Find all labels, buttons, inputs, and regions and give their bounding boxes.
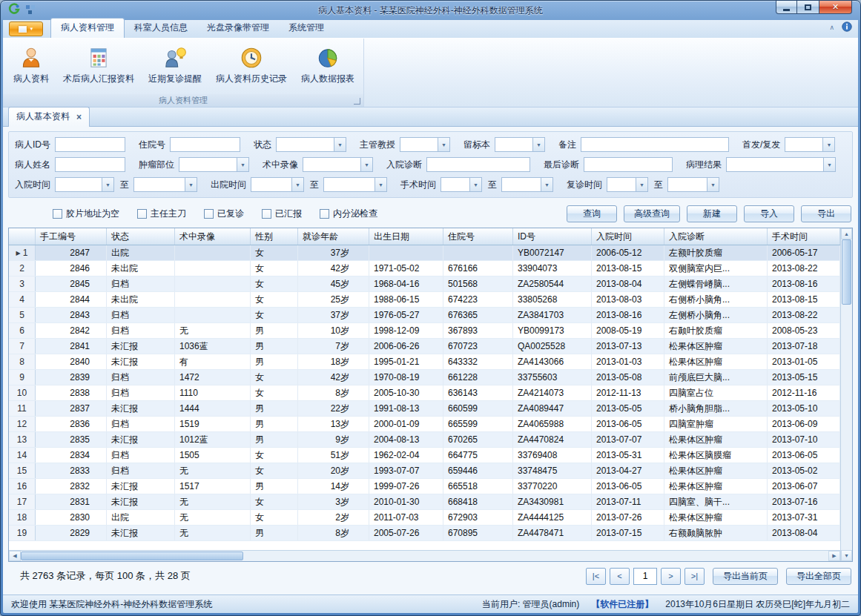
row-indicator-header[interactable] — [9, 228, 36, 245]
admission-dx-input[interactable] — [426, 157, 530, 172]
table-row[interactable]: 132835未汇报1012蓝男9岁2004-08-13670265ZA44708… — [9, 432, 840, 448]
next-page-button[interactable]: > — [661, 568, 681, 585]
final-dx-input[interactable] — [584, 157, 673, 172]
admission-time-to-combo[interactable]: ▼ — [133, 177, 197, 192]
app-menu-button[interactable]: ▼ — [9, 21, 43, 36]
close-button[interactable]: ✕ — [819, 1, 852, 14]
column-header[interactable]: ID号 — [513, 228, 592, 245]
scroll-right-icon[interactable]: ▶ — [828, 551, 840, 561]
chevron-down-icon[interactable]: ▼ — [707, 178, 719, 191]
last-page-button[interactable]: >| — [684, 568, 705, 585]
table-row[interactable]: 112837未汇报1444男22岁1991-08-13660599ZA40894… — [9, 401, 840, 417]
tab-close-icon[interactable]: × — [76, 113, 82, 122]
table-row[interactable]: ▶12847出院女37岁YB00721472006-05-12左额叶胶质瘤200… — [9, 245, 840, 261]
checkbox-icon[interactable] — [320, 209, 329, 219]
table-row[interactable]: 122836归档1519男13岁2000-01-09665599ZA406598… — [9, 417, 840, 432]
table-row[interactable]: 52843归档女37岁1976-05-27676365ZA38417032013… — [9, 308, 840, 323]
import-button[interactable]: 导入 — [744, 205, 794, 222]
export-button[interactable]: 导出 — [801, 205, 851, 222]
maximize-button[interactable] — [797, 1, 819, 14]
quick-access-icon[interactable] — [25, 4, 36, 17]
table-row[interactable]: 152833归档无女20岁1993-07-0765944633748475201… — [9, 463, 840, 479]
chevron-down-icon[interactable]: ▼ — [185, 178, 197, 191]
column-header[interactable]: 状态 — [107, 228, 175, 245]
scroll-down-icon[interactable]: ▼ — [841, 550, 852, 561]
chevron-down-icon[interactable]: ▼ — [822, 138, 834, 151]
status-combo[interactable]: ▼ — [276, 137, 346, 152]
dialog-launcher-icon[interactable] — [354, 98, 360, 105]
checkbox-chief-surgeon[interactable]: 主任主刀 — [137, 208, 186, 220]
surgery-time-from-combo[interactable]: ▼ — [441, 177, 482, 192]
chevron-down-icon[interactable]: ▼ — [532, 138, 544, 151]
chevron-down-icon[interactable]: ▼ — [102, 178, 113, 191]
ribbon-button-patient-data[interactable]: 病人资料 — [7, 42, 55, 94]
table-row[interactable]: 162832未汇报1517男14岁1999-07-266655183377022… — [9, 479, 840, 494]
column-header[interactable]: 术中录像 — [175, 228, 251, 245]
patient-name-input[interactable] — [55, 157, 125, 172]
column-header[interactable]: 入院诊断 — [664, 228, 768, 245]
ribbon-tab-patient-management[interactable]: 病人资料管理 — [50, 18, 125, 38]
chevron-down-icon[interactable]: ▼ — [541, 178, 552, 191]
minimize-button[interactable] — [776, 1, 797, 14]
chevron-down-icon[interactable]: ▼ — [823, 158, 835, 171]
document-tab-patient-basic-info[interactable]: 病人基本资料 × — [8, 107, 90, 127]
table-row[interactable]: 172831未汇报无女3岁2010-01-30668418ZA343098120… — [9, 494, 840, 510]
column-header[interactable]: 就诊年龄 — [298, 228, 369, 245]
ribbon-button-history-records[interactable]: 病人资料历史记录 — [210, 42, 293, 94]
vertical-scrollbar[interactable]: ▲ ▼ — [840, 228, 852, 561]
tumor-site-combo[interactable]: ▼ — [179, 157, 249, 172]
table-row[interactable]: 72841未汇报1036蓝男7岁2006-06-26670723QA002552… — [9, 339, 840, 354]
checkbox-icon[interactable] — [137, 209, 147, 219]
help-icon[interactable] — [842, 21, 852, 34]
checkbox-icon[interactable] — [204, 209, 214, 219]
column-header[interactable]: 出生日期 — [369, 228, 443, 245]
table-row[interactable]: 102838归档1110女8岁2005-10-30636143ZA4214073… — [9, 385, 840, 401]
checkbox-film-address-empty[interactable]: 胶片地址为空 — [53, 208, 119, 220]
column-header[interactable]: 性别 — [251, 228, 298, 245]
checkbox-reported[interactable]: 已汇报 — [262, 208, 302, 220]
ribbon-tab-media-management[interactable]: 光盘录像带管理 — [197, 18, 279, 38]
advanced-query-button[interactable]: 高级查询 — [624, 205, 680, 222]
export-all-pages-button[interactable]: 导出全部页 — [786, 568, 851, 585]
chevron-down-icon[interactable]: ▼ — [375, 178, 386, 191]
ribbon-collapse-icon[interactable]: ∧ — [829, 24, 834, 31]
chevron-down-icon[interactable]: ▼ — [291, 178, 303, 191]
horizontal-scrollbar-thumb[interactable] — [21, 552, 243, 560]
table-row[interactable]: 192829未汇报无男8岁2005-07-26670895ZA447847120… — [9, 526, 840, 541]
chevron-down-icon[interactable]: ▼ — [360, 158, 372, 171]
table-row[interactable]: 32845归档女45岁1968-04-16501568ZA25805442013… — [9, 276, 840, 292]
column-header[interactable]: 住院号 — [443, 228, 513, 245]
first-relapse-combo[interactable]: ▼ — [785, 137, 835, 152]
scroll-up-icon[interactable]: ▲ — [841, 228, 852, 239]
chevron-down-icon[interactable]: ▼ — [438, 138, 449, 151]
ribbon-button-postop-report-data[interactable]: 术后病人汇报资料 — [57, 42, 140, 94]
intraop-video-combo[interactable]: ▼ — [303, 157, 373, 172]
page-number-input[interactable] — [633, 568, 657, 585]
column-header[interactable]: 入院时间 — [592, 228, 664, 245]
vertical-scrollbar-thumb[interactable] — [842, 239, 851, 305]
followup-time-to-combo[interactable]: ▼ — [667, 177, 719, 192]
chevron-down-icon[interactable]: ▼ — [237, 158, 248, 171]
ribbon-tab-system-management[interactable]: 系统管理 — [279, 18, 334, 38]
prev-page-button[interactable]: < — [610, 568, 630, 585]
chevron-down-icon[interactable]: ▼ — [334, 138, 346, 151]
column-header[interactable]: 手工编号 — [36, 228, 107, 245]
table-row[interactable]: 92839归档1472女42岁1970-08-19661228337556032… — [9, 370, 840, 385]
surgery-time-to-combo[interactable]: ▼ — [501, 177, 553, 192]
ribbon-tab-staff-info[interactable]: 科室人员信息 — [125, 18, 197, 38]
export-current-page-button[interactable]: 导出当前页 — [713, 568, 778, 585]
checkbox-followed-up[interactable]: 已复诊 — [204, 208, 244, 220]
inpatient-no-input[interactable] — [170, 137, 240, 152]
first-page-button[interactable]: |< — [586, 568, 606, 585]
patient-id-input[interactable] — [55, 137, 125, 152]
table-row[interactable]: 42844未出院女25岁1988-06-15674223338052682013… — [9, 292, 840, 308]
table-row[interactable]: 62842归档无男10岁1998-12-09367893YB0099173200… — [9, 323, 840, 339]
checkbox-icon[interactable] — [262, 209, 271, 219]
table-row[interactable]: 82840未汇报有男18岁1995-01-21643332ZA414306620… — [9, 354, 840, 370]
checkbox-endocrine-exam[interactable]: 内分泌检查 — [320, 208, 377, 220]
column-header[interactable]: 手术时间 — [768, 228, 840, 245]
remark-input[interactable] — [581, 137, 729, 152]
table-row[interactable]: 142834归档1505女51岁1962-02-0466477533769408… — [9, 448, 840, 463]
specimen-combo[interactable]: ▼ — [495, 137, 545, 152]
ribbon-button-followup-reminder[interactable]: 近期复诊提醒 — [142, 42, 208, 94]
